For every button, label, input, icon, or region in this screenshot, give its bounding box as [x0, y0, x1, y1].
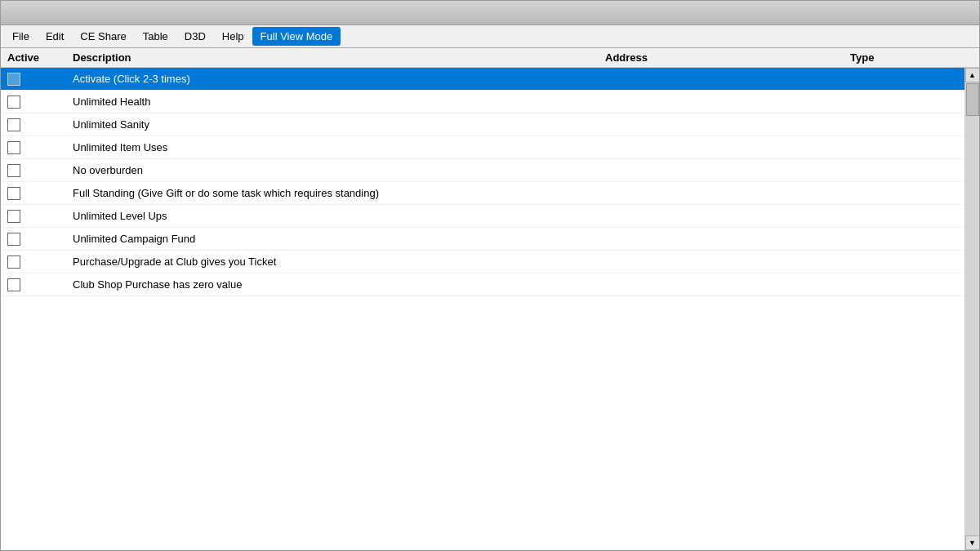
row-active-cell: [7, 233, 73, 246]
table-body-area: Activate (Click 2-3 times) Unlimited Hea…: [1, 68, 979, 550]
row-description-cell: Unlimited Item Uses: [73, 141, 590, 153]
table-row[interactable]: Unlimited Sanity: [1, 113, 964, 136]
row-checkbox[interactable]: [7, 187, 20, 200]
main-window: File Edit CE Share Table D3D Help Full V…: [0, 0, 980, 551]
table-row[interactable]: No overburden: [1, 159, 964, 182]
table-row[interactable]: Unlimited Item Uses: [1, 136, 964, 159]
row-description-cell: Unlimited Health: [73, 96, 590, 108]
row-description-cell: Club Shop Purchase has zero value: [73, 278, 590, 291]
row-checkbox[interactable]: [7, 164, 20, 177]
vertical-scrollbar[interactable]: ▲ ▼: [964, 68, 979, 550]
row-description-cell: Activate (Click 2-3 times): [73, 73, 590, 85]
header-address: Address: [605, 51, 850, 64]
row-active-cell: [7, 164, 73, 177]
table-row[interactable]: Unlimited Level Ups: [1, 205, 964, 228]
row-checkbox[interactable]: [7, 118, 20, 131]
row-checkbox[interactable]: [7, 233, 20, 246]
row-active-cell: [7, 278, 73, 291]
row-description-cell: Unlimited Level Ups: [73, 210, 590, 222]
table-header-row: Active Description Address Type: [1, 48, 979, 68]
menu-edit[interactable]: Edit: [38, 27, 72, 46]
table-row[interactable]: Club Shop Purchase has zero value: [1, 273, 964, 296]
table-body: Activate (Click 2-3 times) Unlimited Hea…: [1, 68, 964, 550]
row-checkbox[interactable]: [7, 256, 20, 269]
menu-file[interactable]: File: [4, 27, 38, 46]
header-description: Description: [73, 51, 605, 64]
row-checkbox[interactable]: [7, 96, 20, 109]
row-checkbox[interactable]: [7, 278, 20, 291]
scroll-thumb[interactable]: [966, 83, 979, 116]
row-description-cell: Unlimited Campaign Fund: [73, 233, 590, 245]
table-row[interactable]: Unlimited Campaign Fund: [1, 228, 964, 251]
menu-full-view-mode[interactable]: Full View Mode: [252, 27, 341, 46]
menu-help[interactable]: Help: [214, 27, 252, 46]
row-active-cell: [7, 256, 73, 269]
row-description-cell: Unlimited Sanity: [73, 118, 590, 131]
header-active: Active: [7, 51, 73, 64]
title-bar: [1, 1, 979, 25]
row-checkbox[interactable]: [7, 141, 20, 154]
cheat-table: Active Description Address Type Activate…: [1, 48, 979, 550]
row-description-cell: Full Standing (Give Gift or do some task…: [73, 187, 590, 199]
row-active-cell: [7, 96, 73, 109]
scroll-track[interactable]: [965, 82, 980, 535]
table-row[interactable]: Activate (Click 2-3 times): [1, 68, 964, 91]
row-active-cell: [7, 73, 73, 86]
row-description-cell: Purchase/Upgrade at Club gives you Ticke…: [73, 256, 590, 268]
menu-d3d[interactable]: D3D: [176, 27, 214, 46]
row-active-cell: [7, 187, 73, 200]
row-checkbox[interactable]: [7, 73, 20, 86]
row-description-cell: No overburden: [73, 164, 590, 176]
scroll-up-button[interactable]: ▲: [965, 68, 980, 82]
table-row[interactable]: Purchase/Upgrade at Club gives you Ticke…: [1, 251, 964, 273]
scroll-down-button[interactable]: ▼: [965, 535, 980, 550]
row-active-cell: [7, 210, 73, 223]
row-active-cell: [7, 118, 73, 131]
header-type: Type: [850, 51, 973, 64]
menu-table[interactable]: Table: [135, 27, 176, 46]
menu-ce-share[interactable]: CE Share: [72, 27, 134, 46]
row-checkbox[interactable]: [7, 210, 20, 223]
row-active-cell: [7, 141, 73, 154]
menu-bar: File Edit CE Share Table D3D Help Full V…: [1, 25, 979, 48]
table-row[interactable]: Full Standing (Give Gift or do some task…: [1, 182, 964, 205]
table-row[interactable]: Unlimited Health: [1, 91, 964, 113]
